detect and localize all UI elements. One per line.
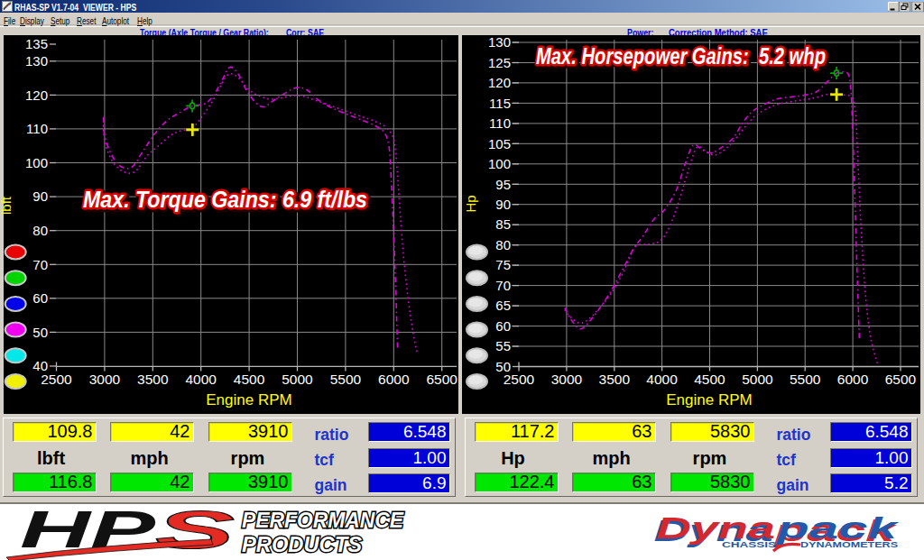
svg-text:DYNAMOMETERS: DYNAMOMETERS <box>800 540 898 549</box>
svg-text:115: 115 <box>489 96 511 111</box>
svg-text:80: 80 <box>32 223 48 238</box>
svg-text:PRODUCTS: PRODUCTS <box>242 532 362 556</box>
svg-text:6500: 6500 <box>426 372 457 387</box>
svg-text:60: 60 <box>495 318 511 334</box>
svg-text:3500: 3500 <box>599 372 631 387</box>
svg-text:2500: 2500 <box>41 372 72 387</box>
svg-text:3500: 3500 <box>137 372 169 387</box>
svg-text:S: S <box>155 500 235 560</box>
svg-text:90: 90 <box>495 197 511 212</box>
svg-text:4000: 4000 <box>185 372 217 387</box>
svg-text:5500: 5500 <box>790 372 821 387</box>
svg-text:50: 50 <box>32 325 48 340</box>
svg-text:130: 130 <box>488 34 511 50</box>
svg-text:120: 120 <box>25 87 48 103</box>
svg-text:100: 100 <box>25 155 48 170</box>
svg-text:85: 85 <box>495 216 511 232</box>
svg-text:5500: 5500 <box>330 372 362 387</box>
svg-text:80: 80 <box>495 237 511 252</box>
svg-text:65: 65 <box>495 298 511 313</box>
svg-text:110: 110 <box>489 115 511 131</box>
svg-text:90: 90 <box>32 188 48 204</box>
svg-text:120: 120 <box>488 75 511 90</box>
svg-text:CHASSIS: CHASSIS <box>722 540 777 549</box>
svg-text:Max. Horsepower Gains: 5.2 wh: Max. Horsepower Gains: 5.2 whp <box>536 43 826 69</box>
svg-text:70: 70 <box>32 257 48 272</box>
svg-text:3000: 3000 <box>551 372 583 387</box>
svg-text:55: 55 <box>495 338 511 353</box>
svg-text:5000: 5000 <box>282 372 313 387</box>
svg-text:6000: 6000 <box>378 372 410 387</box>
svg-text:Engine RPM: Engine RPM <box>666 391 752 409</box>
svg-text:PERFORMANCE: PERFORMANCE <box>242 508 404 532</box>
svg-text:3000: 3000 <box>89 372 121 387</box>
svg-text:4500: 4500 <box>694 372 725 387</box>
svg-text:125: 125 <box>488 55 511 70</box>
svg-text:60: 60 <box>32 290 48 306</box>
svg-text:5000: 5000 <box>742 372 773 387</box>
svg-text:Hp: Hp <box>463 195 478 212</box>
svg-text:135: 135 <box>25 36 48 51</box>
svg-text:lbft: lbft <box>0 196 14 215</box>
svg-text:4500: 4500 <box>234 372 265 387</box>
svg-text:75: 75 <box>495 257 511 272</box>
svg-text:110: 110 <box>26 121 48 136</box>
svg-text:70: 70 <box>495 278 511 293</box>
svg-text:6500: 6500 <box>885 372 917 387</box>
svg-text:105: 105 <box>488 136 511 151</box>
svg-text:100: 100 <box>488 156 511 171</box>
svg-text:95: 95 <box>495 177 511 192</box>
svg-text:6000: 6000 <box>837 372 869 387</box>
svg-text:Engine RPM: Engine RPM <box>206 391 291 409</box>
svg-text:2500: 2500 <box>504 372 535 387</box>
svg-text:Max. Torque Gains: 6.9 ft/lbs: Max. Torque Gains: 6.9 ft/lbs <box>83 186 367 213</box>
svg-text:130: 130 <box>25 53 48 69</box>
svg-text:4000: 4000 <box>646 372 678 387</box>
